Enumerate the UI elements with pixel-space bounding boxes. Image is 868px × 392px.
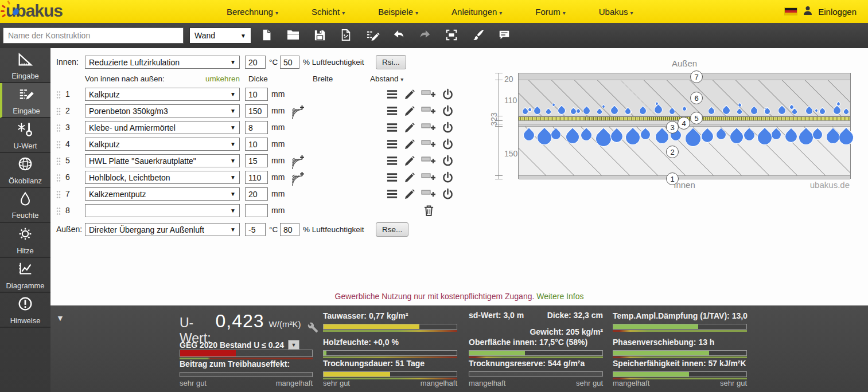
toggle-layer-icon[interactable] [442, 121, 454, 134]
drag-handle-icon[interactable] [56, 157, 61, 168]
thickness-input[interactable]: 10 [245, 138, 268, 151]
drag-handle-icon[interactable] [56, 140, 61, 151]
edit-layer-icon[interactable] [404, 122, 415, 134]
toggle-layer-icon[interactable] [442, 88, 454, 100]
thickness-unit: mm [271, 89, 285, 99]
edit-layer-icon[interactable] [404, 189, 415, 200]
comments-icon[interactable] [497, 28, 512, 42]
nav-anleitungen[interactable]: Anleitungen▾ [451, 7, 502, 17]
thermal-column: Temp.Ampl.Dämpfung (1/TAV): 13,0 Phasenv… [613, 305, 747, 392]
ubakus-logo[interactable]: ubakus [6, 1, 63, 21]
material-select[interactable]: Kalkzementputz ▼ [85, 187, 240, 201]
sidebar-item-diagramme[interactable]: Diagramme [0, 258, 50, 293]
insert-layer-icon[interactable] [421, 189, 436, 199]
material-select[interactable]: Kalkputz ▼ [85, 88, 240, 101]
drag-handle-icon[interactable] [56, 91, 61, 101]
thickness-input[interactable] [245, 204, 268, 217]
sidebar-item-hitze[interactable]: Hitze [0, 223, 50, 258]
save-icon[interactable] [312, 28, 327, 42]
nav-ubakus[interactable]: Ubakus▾ [599, 7, 633, 17]
aussen-surface-select[interactable]: Direkter Übergang zur Außenluft ▼ [85, 223, 240, 236]
toggle-layer-icon[interactable] [442, 105, 454, 117]
material-select[interactable]: Klebe- und Armiermörtel ▼ [85, 121, 240, 134]
edit-layer-icon[interactable] [404, 155, 415, 167]
drag-handle-icon[interactable] [56, 107, 61, 118]
construction-name-input[interactable]: Name der Konstruktion [3, 28, 184, 44]
layer-menu-icon[interactable] [386, 171, 398, 183]
insert-layer-icon[interactable] [421, 123, 436, 133]
material-select[interactable]: HWL Platte "Sauerkrautplatte" ▼ [85, 154, 240, 167]
thickness-input[interactable]: 150 [245, 104, 268, 117]
thickness-input[interactable]: 8 [245, 121, 268, 134]
nav-forum[interactable]: Forum▾ [535, 7, 565, 17]
construction-type-select[interactable]: Wand ▼ [189, 28, 251, 44]
layer-menu-icon[interactable] [386, 188, 398, 200]
drag-handle-icon[interactable] [56, 190, 61, 201]
appearance-brush-icon[interactable] [470, 28, 485, 42]
weitere-infos-link[interactable]: Weitere Infos [536, 292, 583, 301]
innen-surface-select[interactable]: Reduzierte Luftzirkulation ▼ [85, 56, 240, 69]
innen-humidity-input[interactable]: 50 [280, 56, 299, 69]
layer-menu-icon[interactable] [386, 105, 398, 117]
edit-list-icon[interactable] [365, 28, 380, 42]
innen-humidity-unit: % Luftfeuchtigkeit [303, 58, 364, 66]
nav-berechnung[interactable]: Berechnung▾ [227, 7, 278, 17]
layer-menu-icon[interactable] [386, 121, 398, 134]
edit-layer-icon[interactable] [404, 105, 415, 117]
insert-layer-icon[interactable] [421, 139, 436, 150]
edit-layer-icon[interactable] [404, 139, 415, 150]
new-document-icon[interactable] [259, 28, 274, 42]
export-pdf-icon[interactable] [338, 28, 353, 42]
rse-button[interactable]: Rse... [376, 222, 408, 237]
sidebar-item-oekobilanz[interactable]: Ökobilanz [0, 153, 50, 188]
sidebar-item-eingabe-geometry[interactable]: Eingabe [0, 48, 50, 83]
drag-handle-icon[interactable] [56, 174, 61, 185]
thickness-input[interactable]: 15 [245, 154, 268, 167]
collapse-panel-icon[interactable]: ▼ [56, 313, 64, 323]
aussen-humidity-input[interactable]: 80 [280, 223, 299, 236]
toggle-layer-icon[interactable] [442, 188, 454, 200]
spacing-header[interactable]: Abstand ▾ [370, 75, 403, 83]
reverse-link[interactable]: umkehren [205, 75, 240, 83]
insert-layer-icon[interactable] [421, 106, 436, 116]
thickness-input[interactable]: 10 [245, 88, 268, 101]
toggle-layer-icon[interactable] [442, 155, 454, 167]
toggle-layer-icon[interactable] [442, 138, 454, 150]
tav-bar [613, 324, 747, 330]
redo-icon[interactable] [418, 28, 433, 42]
nav-beispiele[interactable]: Beispiele▾ [378, 7, 418, 17]
nav-schicht[interactable]: Schicht▾ [312, 7, 345, 17]
insert-layer-icon[interactable] [421, 156, 436, 166]
sidebar-item-feuchte[interactable]: Feuchte [0, 188, 50, 223]
material-select[interactable]: Porenbeton 350kg/m3 ▼ [85, 104, 240, 117]
insert-layer-icon[interactable] [421, 173, 436, 183]
material-select[interactable]: Kalkputz ▼ [85, 138, 240, 151]
drag-handle-icon[interactable] [56, 124, 61, 135]
material-select[interactable]: Hohlblock, Leichtbeton ▼ [85, 171, 240, 184]
delete-layer-icon[interactable] [423, 205, 434, 217]
innen-temperature-input[interactable]: 20 [245, 56, 266, 69]
sidebar-item-eingabe-layers[interactable]: Eingabe [0, 83, 50, 118]
rsi-button[interactable]: Rsi... [376, 55, 406, 69]
geg-dropdown-button[interactable]: ▼ [288, 340, 299, 350]
material-select[interactable]: ▼ [85, 204, 240, 217]
layer-menu-icon[interactable] [386, 138, 398, 150]
thickness-input[interactable]: 110 [245, 171, 268, 184]
layer-menu-icon[interactable] [386, 155, 398, 167]
sidebar-item-uwert[interactable]: U-Wert [0, 118, 50, 153]
edit-layer-icon[interactable] [404, 89, 415, 100]
login-button[interactable]: Einloggen [818, 7, 857, 17]
wrench-icon[interactable] [308, 322, 318, 335]
sidebar-item-hinweise[interactable]: Hinweise [0, 293, 50, 328]
thickness-input[interactable]: 20 [245, 187, 268, 201]
layer-menu-icon[interactable] [386, 88, 398, 100]
fullscreen-icon[interactable] [444, 28, 459, 42]
open-folder-icon[interactable] [286, 28, 301, 42]
toggle-layer-icon[interactable] [442, 171, 454, 183]
drag-handle-icon[interactable] [56, 207, 61, 218]
german-flag-icon[interactable] [784, 7, 797, 15]
aussen-temperature-input[interactable]: -5 [245, 223, 266, 236]
edit-layer-icon[interactable] [404, 172, 415, 183]
undo-icon[interactable] [391, 28, 406, 42]
insert-layer-icon[interactable] [421, 89, 436, 100]
